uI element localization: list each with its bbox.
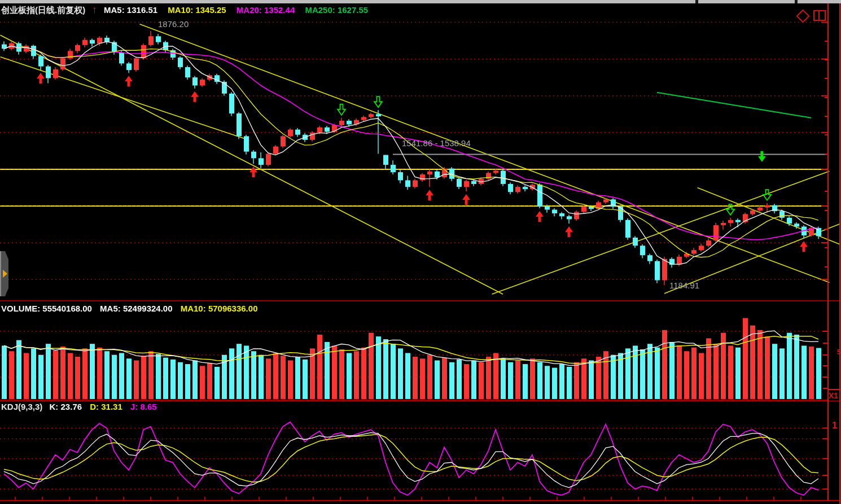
ma250-value: MA250: 1627.55 xyxy=(305,5,368,15)
chart-header: 创业板指(日线.前复权) ↑ MA5: 1316.51 MA10: 1345.2… xyxy=(1,5,376,16)
stock-app-window: 创业板指(日线.前复权) ↑ MA5: 1316.51 MA10: 1345.2… xyxy=(0,0,841,504)
volume-header: VOLUME: 55540168.00 MA5: 52499324.00 MA1… xyxy=(1,304,265,313)
window-panes-icon[interactable] xyxy=(813,10,826,21)
toolbar-bottom-strip xyxy=(0,0,841,3)
volume-ma10-value: MA10: 57096336.00 xyxy=(181,304,258,313)
kdj-k-value: K: 23.76 xyxy=(50,402,82,411)
zoom-x1-label: X1 xyxy=(829,391,838,400)
candlestick-chart-canvas[interactable] xyxy=(0,0,841,504)
sidebar-expand-handle[interactable] xyxy=(0,251,8,296)
instrument-title: 创业板指(日线.前复权) xyxy=(1,5,85,15)
strip-notch xyxy=(795,0,798,3)
kdj-d-value: D: 31.31 xyxy=(90,402,122,411)
expand-arrow-icon xyxy=(3,270,7,278)
ma10-value: MA10: 1345.25 xyxy=(168,5,226,15)
low-price-label: 1184.91 xyxy=(669,281,699,290)
volume-ma5-value: MA5: 52499324.00 xyxy=(100,304,172,313)
up-arrow-icon: ↑ xyxy=(92,5,97,15)
vol-axis-label-clipped: 5 xyxy=(837,348,841,356)
strip-notch xyxy=(695,0,698,3)
high-price-label: 1876.20 xyxy=(158,19,189,29)
kdj-j-value: J: 8.65 xyxy=(130,402,157,411)
kdj-axis-100-label: 1 xyxy=(832,420,837,431)
kdj-name: KDJ(9,3,3) xyxy=(1,402,42,411)
ma5-value: MA5: 1316.51 xyxy=(104,5,157,15)
gap-price-label: 1541.86 - 1538.94 xyxy=(402,138,471,148)
volume-value: VOLUME: 55540168.00 xyxy=(1,304,92,313)
window-panes-icon-divider xyxy=(818,11,820,20)
kdj-header: KDJ(9,3,3) K: 23.76 D: 31.31 J: 8.65 xyxy=(1,402,165,411)
ma20-value: MA20: 1352.44 xyxy=(236,5,295,15)
